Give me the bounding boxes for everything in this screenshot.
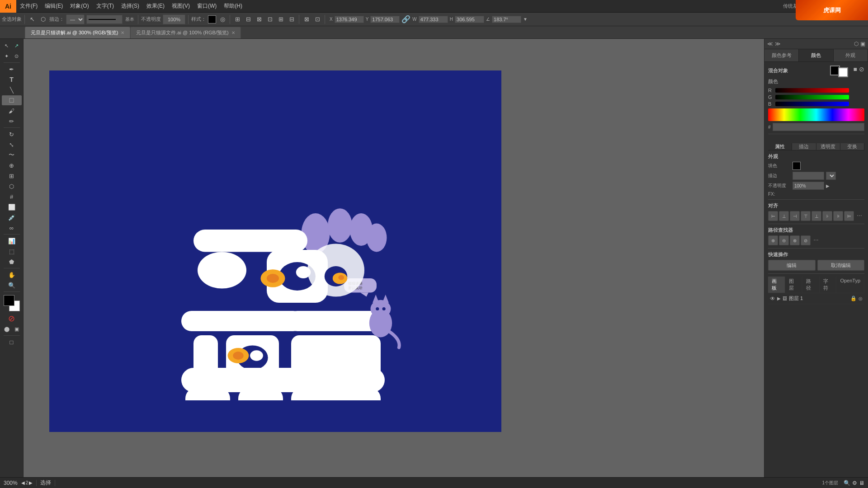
- canvas-area[interactable]: 使用【矩形工具】绘制深蓝色矩形作为背景: [24, 39, 764, 477]
- zoom-prev-icon[interactable]: ◀: [21, 480, 25, 485]
- status-icon2[interactable]: ⚙: [852, 480, 857, 486]
- color-spectrum[interactable]: [768, 108, 864, 121]
- tab2-close[interactable]: ✕: [231, 30, 235, 35]
- tab-file2[interactable]: 元旦是只猫源文件.ai @ 100% (RGB/预览) ✕: [130, 27, 241, 38]
- menu-effect[interactable]: 效果(E): [143, 0, 168, 12]
- rectangle-tool[interactable]: □: [2, 95, 22, 105]
- layer-target-icon[interactable]: ◎: [859, 296, 863, 301]
- magic-lasso-tools[interactable]: ✦ ⊙: [2, 51, 22, 61]
- align-right-btn[interactable]: ⊣: [790, 211, 800, 221]
- align-center-h-icon[interactable]: ⊟: [244, 15, 253, 24]
- g-slider[interactable]: [775, 95, 849, 99]
- tab-attributes[interactable]: 属性: [768, 143, 792, 150]
- zoom-tool[interactable]: 🔍: [2, 280, 22, 290]
- angle-coord-input[interactable]: [492, 16, 521, 23]
- lasso-tool[interactable]: ⊙: [12, 51, 22, 61]
- menu-file[interactable]: 文件(F): [16, 0, 41, 12]
- menu-select[interactable]: 选择(S): [118, 0, 143, 12]
- eyedropper-tool[interactable]: 💉: [2, 212, 22, 222]
- tab1-close[interactable]: ✕: [121, 30, 124, 35]
- fill-swatch[interactable]: [793, 162, 801, 170]
- align-center-v-icon[interactable]: ⊞: [276, 15, 285, 24]
- shape-builder-tool[interactable]: ⊞: [2, 171, 22, 181]
- b-slider[interactable]: [775, 102, 849, 106]
- align-left-btn[interactable]: ⊢: [768, 211, 778, 221]
- artboard-tool[interactable]: ⬚: [2, 246, 22, 256]
- free-transform-tool[interactable]: ⊕: [2, 160, 22, 170]
- align-top-icon[interactable]: ⊡: [265, 15, 274, 24]
- layer-subtab-opentyp[interactable]: OpenTyp: [836, 277, 864, 293]
- stroke-preview[interactable]: [86, 15, 123, 24]
- align-more-icon[interactable]: …: [857, 211, 862, 221]
- y-coord-input[interactable]: [370, 16, 400, 23]
- pencil-tool[interactable]: ✏: [2, 116, 22, 126]
- path-unite-btn[interactable]: ⊕: [768, 235, 778, 245]
- r-slider[interactable]: [775, 88, 849, 93]
- paintbrush-tool[interactable]: 🖌: [2, 106, 22, 116]
- column-graph-tool[interactable]: 📊: [2, 236, 22, 246]
- none-icon[interactable]: ⊘: [2, 314, 22, 324]
- magic-wand-icon[interactable]: ⬡: [38, 15, 47, 24]
- tab-transform[interactable]: 变换: [840, 143, 864, 150]
- tab-appearance[interactable]: 外观: [834, 49, 868, 61]
- direct-select-tool[interactable]: ↗: [12, 41, 22, 51]
- select-tools[interactable]: ↖ ↗: [2, 41, 22, 51]
- align-center-v-btn[interactable]: ⊥: [811, 211, 821, 221]
- tab-color-ref[interactable]: 颜色参考: [764, 49, 799, 61]
- foreground-color-box[interactable]: [4, 295, 14, 306]
- type-tool[interactable]: T: [2, 75, 22, 84]
- hex-input[interactable]: [773, 123, 864, 131]
- menu-text[interactable]: 文字(T): [93, 0, 118, 12]
- align-bottom-btn[interactable]: ⊦: [822, 211, 832, 221]
- change-screen-mode[interactable]: □: [2, 337, 22, 347]
- tab-transparency[interactable]: 透明度: [816, 143, 840, 150]
- style-preview[interactable]: [208, 15, 216, 23]
- stroke-select-prop[interactable]: [826, 172, 836, 180]
- gradient-mode-icon[interactable]: ▣: [12, 324, 22, 334]
- path-exclude-btn[interactable]: ⊘: [801, 235, 811, 245]
- rotate-tool[interactable]: ↻: [2, 129, 22, 139]
- panel-icon2[interactable]: ▣: [860, 41, 865, 47]
- align-center-h-btn[interactable]: ⊥: [779, 211, 789, 221]
- pathfinder-more-icon[interactable]: …: [813, 235, 819, 245]
- stroke-input[interactable]: [793, 172, 824, 180]
- opacity-input[interactable]: [163, 14, 185, 24]
- cancel-edit-btn[interactable]: 取消编辑: [817, 260, 865, 271]
- x-coord-input[interactable]: [335, 16, 364, 23]
- color-mode-tools[interactable]: ⬤ ▣: [2, 324, 22, 334]
- magic-wand-tool[interactable]: ✦: [2, 51, 12, 61]
- menu-view[interactable]: 视图(V): [168, 0, 193, 12]
- status-icon3[interactable]: 🖥: [859, 480, 864, 486]
- layer-canvas-icon[interactable]: 🖼: [783, 296, 787, 301]
- layer-expand-icon[interactable]: ▶: [777, 296, 781, 301]
- opacity-input-prop[interactable]: [793, 182, 824, 190]
- layer-lock-icon[interactable]: 🔒: [850, 296, 857, 301]
- artboard[interactable]: 猫猫讲课 要认真听: [49, 70, 501, 432]
- edit-btn[interactable]: 编辑: [768, 260, 816, 271]
- tab-color[interactable]: 颜色: [799, 49, 833, 61]
- path-minus-btn[interactable]: ⊖: [779, 235, 789, 245]
- panel-icon1[interactable]: ⬡: [854, 41, 859, 47]
- path-intersect-btn[interactable]: ⊗: [790, 235, 800, 245]
- link-coords-icon[interactable]: 🔗: [401, 15, 410, 23]
- style-icon[interactable]: ◎: [218, 15, 227, 24]
- h-coord-input[interactable]: [455, 16, 484, 23]
- status-icon1[interactable]: 🔍: [844, 480, 850, 486]
- menu-edit[interactable]: 编辑(E): [41, 0, 66, 12]
- hand-tool[interactable]: ✋: [2, 270, 22, 280]
- color-mode-icon[interactable]: ⬤: [2, 324, 12, 334]
- perspective-tool[interactable]: ⬡: [2, 181, 22, 191]
- selection-tool[interactable]: ↖: [2, 41, 12, 51]
- expand-opacity-icon[interactable]: ▶: [826, 183, 830, 188]
- layer-subtab-artboard[interactable]: 画板: [768, 277, 785, 293]
- line-tool[interactable]: ╲: [2, 85, 22, 95]
- color-boxes[interactable]: [4, 295, 20, 311]
- layer-subtab-char[interactable]: 字符: [820, 277, 837, 293]
- right-panel-expand-icon[interactable]: ≫: [775, 41, 781, 47]
- stroke-select[interactable]: —: [66, 14, 85, 24]
- tab-stroke-props[interactable]: 描边: [792, 143, 816, 150]
- scale-tool[interactable]: ⤡: [2, 140, 22, 150]
- menu-help[interactable]: 帮助(H): [220, 0, 246, 12]
- pen-tool[interactable]: ✒: [2, 64, 22, 74]
- dist-h-btn[interactable]: ⊧: [833, 211, 843, 221]
